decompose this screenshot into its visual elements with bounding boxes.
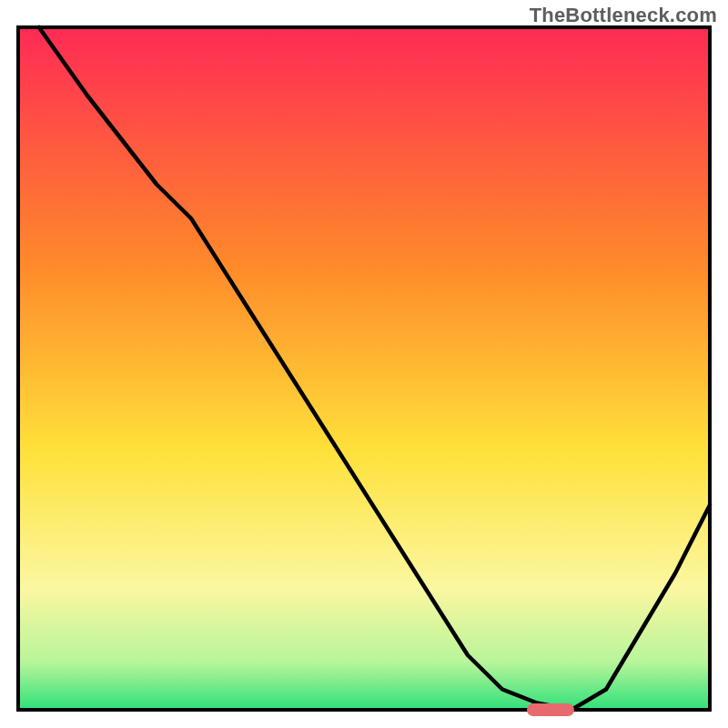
chart-container: TheBottleneck.com — [0, 0, 728, 728]
plot-background — [18, 27, 710, 710]
watermark-text: TheBottleneck.com — [530, 4, 717, 27]
chart-svg — [0, 0, 728, 728]
optimum-marker — [527, 703, 574, 716]
